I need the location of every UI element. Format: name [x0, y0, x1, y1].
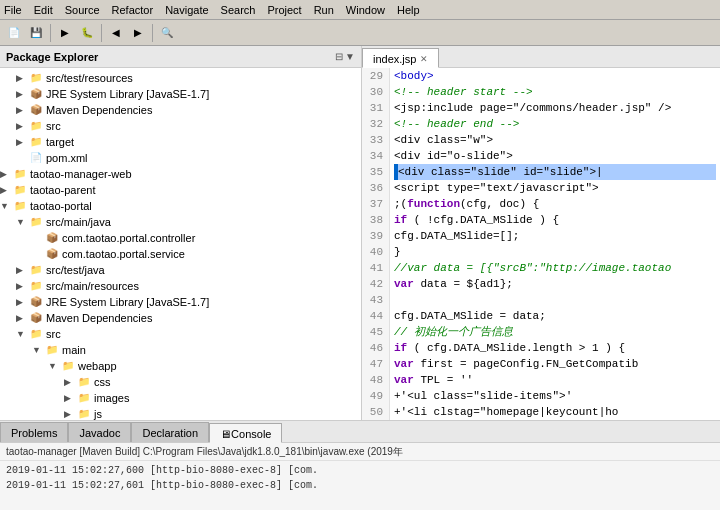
tree-area[interactable]: ▶📁src/test/resources▶📦JRE System Library… — [0, 68, 361, 420]
tree-arrow-icon[interactable]: ▶ — [0, 185, 12, 195]
tree-arrow-icon[interactable]: ▶ — [16, 297, 28, 307]
tree-arrow-icon[interactable]: ▶ — [64, 393, 76, 403]
line-number: 36 — [368, 180, 383, 196]
tree-item[interactable]: ▼📁src/main/java — [0, 214, 361, 230]
code-text: <div class="slide" id="slide">| — [398, 164, 603, 180]
tab-problems[interactable]: Problems — [0, 422, 68, 442]
tree-arrow-icon[interactable]: ▼ — [16, 329, 28, 339]
tree-arrow-icon[interactable]: ▶ — [16, 281, 28, 291]
menu-help[interactable]: Help — [397, 4, 420, 16]
tree-arrow-icon[interactable]: ▼ — [32, 345, 44, 355]
menu-window[interactable]: Window — [346, 4, 385, 16]
tree-label: src/test/java — [46, 264, 105, 276]
tree-arrow-icon[interactable]: ▶ — [16, 89, 28, 99]
tree-item[interactable]: 📄pom.xml — [0, 150, 361, 166]
tab-declaration[interactable]: Declaration — [131, 422, 209, 442]
tree-item[interactable]: ▼📁taotao-portal — [0, 198, 361, 214]
tab-javadoc[interactable]: Javadoc — [68, 422, 131, 442]
editor-tabs: index.jsp ✕ — [362, 46, 720, 68]
code-text: <div id="o-slide"> — [394, 148, 513, 164]
tree-item[interactable]: ▶📁src/test/resources — [0, 70, 361, 86]
run-button[interactable]: ▶ — [55, 23, 75, 43]
tree-item[interactable]: ▶📦Maven Dependencies — [0, 310, 361, 326]
tree-item[interactable]: ▼📁src — [0, 326, 361, 342]
tree-arrow-icon[interactable]: ▼ — [16, 217, 28, 227]
line-number: 32 — [368, 116, 383, 132]
tree-item[interactable]: ▶📁src/test/java — [0, 262, 361, 278]
tree-item[interactable]: ▶📁images — [0, 390, 361, 406]
tree-item[interactable]: ▶📁taotao-manager-web — [0, 166, 361, 182]
tree-arrow-icon[interactable]: ▶ — [16, 137, 28, 147]
collapse-icon[interactable]: ⊟ — [335, 51, 343, 62]
menu-project[interactable]: Project — [267, 4, 301, 16]
tree-arrow-icon[interactable]: ▶ — [64, 377, 76, 387]
new-button[interactable]: 📄 — [4, 23, 24, 43]
tree-arrow-icon[interactable]: ▼ — [0, 201, 12, 211]
line-number: 30 — [368, 84, 383, 100]
tree-item[interactable]: ▼📁main — [0, 342, 361, 358]
search-button[interactable]: 🔍 — [157, 23, 177, 43]
tab-label: index.jsp — [373, 53, 416, 65]
tree-arrow-icon[interactable]: ▶ — [64, 409, 76, 419]
line-number: 42 — [368, 276, 383, 292]
tree-item[interactable]: ▶📁js — [0, 406, 361, 420]
folder-icon: 📁 — [76, 407, 92, 420]
console-icon: 🖥 — [220, 428, 231, 440]
declaration-label: Declaration — [142, 427, 198, 439]
tree-item[interactable]: ▶📦JRE System Library [JavaSE-1.7] — [0, 294, 361, 310]
save-button[interactable]: 💾 — [26, 23, 46, 43]
tab-close-icon[interactable]: ✕ — [420, 54, 428, 64]
menu-file[interactable]: File — [4, 4, 22, 16]
line-number: 47 — [368, 356, 383, 372]
console-label: Console — [231, 428, 271, 440]
line-number: 40 — [368, 244, 383, 260]
tree-item[interactable]: ▶📁css — [0, 374, 361, 390]
tree-arrow-icon[interactable]: ▶ — [0, 169, 12, 179]
code-area: 2930313233343536373839404142434445464748… — [362, 68, 720, 420]
back-button[interactable]: ◀ — [106, 23, 126, 43]
menu-source[interactable]: Source — [65, 4, 100, 16]
tree-item[interactable]: ▶📦JRE System Library [JavaSE-1.7] — [0, 86, 361, 102]
debug-button[interactable]: 🐛 — [77, 23, 97, 43]
tree-label: css — [94, 376, 111, 388]
bottom-panel: Problems Javadoc Declaration 🖥 Console t… — [0, 420, 720, 510]
tree-item[interactable]: 📦com.taotao.portal.service — [0, 246, 361, 262]
code-text: <div class="w"> — [394, 132, 493, 148]
tab-console[interactable]: 🖥 Console — [209, 423, 282, 443]
tree-item[interactable]: ▶📁target — [0, 134, 361, 150]
menu-edit[interactable]: Edit — [34, 4, 53, 16]
code-line: <div class="slide" id="slide">| — [394, 164, 716, 180]
toolbar-separator-1 — [50, 24, 51, 42]
tree-arrow-icon[interactable]: ▼ — [48, 361, 60, 371]
code-line: ;(function(cfg, doc) { — [394, 196, 716, 212]
tree-item[interactable]: ▼📁webapp — [0, 358, 361, 374]
menu-refactor[interactable]: Refactor — [112, 4, 154, 16]
code-content[interactable]: <body><!-- header start --><jsp:include … — [390, 68, 720, 420]
tree-label: JRE System Library [JavaSE-1.7] — [46, 88, 209, 100]
tree-arrow-icon[interactable]: ▶ — [16, 121, 28, 131]
menu-run[interactable]: Run — [314, 4, 334, 16]
menu-navigate[interactable]: Navigate — [165, 4, 208, 16]
tree-item[interactable]: ▶📁src/main/resources — [0, 278, 361, 294]
code-editor[interactable]: 2930313233343536373839404142434445464748… — [362, 68, 720, 420]
tree-item[interactable]: 📦com.taotao.portal.controller — [0, 230, 361, 246]
tree-item[interactable]: ▶📁taotao-parent — [0, 182, 361, 198]
tree-arrow-icon[interactable]: ▶ — [16, 313, 28, 323]
code-text: <!-- header end --> — [394, 116, 519, 132]
fwd-button[interactable]: ▶ — [128, 23, 148, 43]
panel-title: Package Explorer — [6, 51, 98, 63]
tree-arrow-icon[interactable]: ▶ — [16, 105, 28, 115]
tree-item[interactable]: ▶📁src — [0, 118, 361, 134]
code-line: } — [394, 244, 716, 260]
folder-icon: 📁 — [28, 327, 44, 341]
tree-arrow-icon[interactable]: ▶ — [16, 73, 28, 83]
folder-icon: 📁 — [60, 359, 76, 373]
menu-search[interactable]: Search — [221, 4, 256, 16]
line-number: 41 — [368, 260, 383, 276]
panel-menu-icon[interactable]: ▼ — [345, 51, 355, 62]
tree-arrow-icon[interactable]: ▶ — [16, 265, 28, 275]
line-number: 39 — [368, 228, 383, 244]
tree-item[interactable]: ▶📦Maven Dependencies — [0, 102, 361, 118]
console-content: 2019-01-11 15:02:27,600 [http-bio-8080-e… — [0, 461, 720, 495]
tab-index-jsp[interactable]: index.jsp ✕ — [362, 48, 439, 68]
